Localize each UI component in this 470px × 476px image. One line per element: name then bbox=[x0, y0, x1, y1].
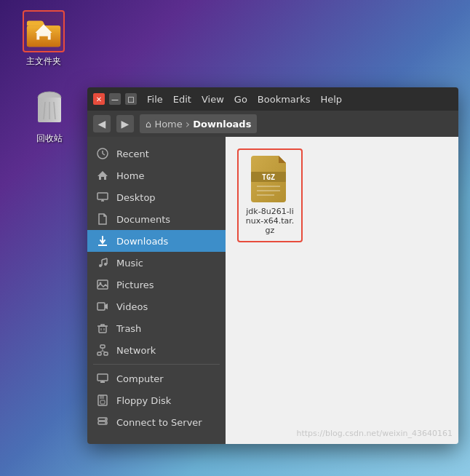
file-area: TGZ jdk-8u261-linux-x64.tar.gz bbox=[226, 137, 458, 444]
svg-marker-12 bbox=[97, 171, 108, 180]
music-icon bbox=[96, 256, 109, 269]
sidebar-label-documents: Documents bbox=[116, 214, 170, 225]
menu-bookmarks[interactable]: Bookmarks bbox=[258, 94, 311, 105]
trash-icon-wrapper bbox=[28, 87, 71, 130]
floppy-icon bbox=[96, 394, 109, 407]
sidebar-label-home: Home bbox=[116, 170, 144, 181]
minimize-icon: — bbox=[111, 95, 119, 103]
menu-file[interactable]: File bbox=[147, 94, 163, 105]
svg-rect-29 bbox=[100, 345, 105, 348]
desktop-icon-home-folder[interactable]: 主文件夹 bbox=[15, 10, 73, 68]
trash-svg bbox=[32, 89, 67, 128]
menu-help[interactable]: Help bbox=[320, 94, 342, 105]
trash-sidebar-icon bbox=[96, 322, 109, 335]
sidebar-item-pictures[interactable]: Pictures bbox=[87, 274, 226, 295]
minimize-button[interactable]: — bbox=[109, 93, 121, 105]
home-folder-svg bbox=[25, 12, 62, 50]
file-item-jdk[interactable]: TGZ jdk-8u261-linux-x64.tar.gz bbox=[237, 148, 303, 242]
sidebar-item-floppy[interactable]: Floppy Disk bbox=[87, 389, 226, 411]
main-content: Recent Home Desktop bbox=[87, 137, 458, 444]
svg-line-11 bbox=[103, 154, 105, 155]
menu-view[interactable]: View bbox=[202, 94, 224, 105]
sidebar-label-pictures: Pictures bbox=[116, 279, 154, 290]
download-icon bbox=[96, 234, 109, 247]
menu-bar: File Edit View Go Bookmarks Help bbox=[147, 94, 342, 105]
sidebar-label-computer: Computer bbox=[116, 373, 164, 384]
trash-label: 回收站 bbox=[36, 132, 63, 145]
computer-icon bbox=[96, 372, 109, 385]
breadcrumb-home[interactable]: ⌂ Home bbox=[146, 119, 183, 130]
forward-icon: ▶ bbox=[122, 118, 130, 130]
forward-button[interactable]: ▶ bbox=[116, 115, 134, 132]
document-icon bbox=[96, 213, 109, 226]
clock-icon bbox=[96, 147, 109, 160]
server-icon bbox=[96, 416, 109, 429]
sidebar-label-network: Network bbox=[116, 345, 156, 356]
home-folder-icon-wrapper bbox=[23, 10, 65, 52]
svg-rect-40 bbox=[100, 400, 105, 404]
sidebar-label-music: Music bbox=[116, 258, 143, 269]
sidebar-label-desktop: Desktop bbox=[116, 192, 156, 203]
sidebar-label-floppy: Floppy Disk bbox=[116, 395, 171, 406]
sidebar-item-desktop[interactable]: Desktop bbox=[87, 186, 226, 208]
sidebar-label-videos: Videos bbox=[116, 301, 148, 312]
menu-go[interactable]: Go bbox=[234, 94, 247, 105]
svg-rect-31 bbox=[104, 352, 108, 355]
sidebar-item-downloads[interactable]: Downloads bbox=[87, 230, 226, 252]
sidebar-label-recent: Recent bbox=[116, 148, 149, 159]
sidebar-label-trash: Trash bbox=[116, 323, 141, 334]
menu-edit[interactable]: Edit bbox=[173, 94, 191, 105]
svg-line-21 bbox=[102, 258, 107, 260]
watermark: https://blog.csdn.net/weixin_43640161 bbox=[296, 429, 453, 438]
svg-point-43 bbox=[105, 419, 106, 420]
back-button[interactable]: ◀ bbox=[93, 115, 111, 132]
sidebar-item-connect-server[interactable]: Connect to Server bbox=[87, 411, 226, 433]
home-icon bbox=[96, 169, 109, 182]
back-icon: ◀ bbox=[98, 118, 106, 130]
sidebar-item-documents[interactable]: Documents bbox=[87, 208, 226, 230]
sidebar-item-network[interactable]: Network bbox=[87, 339, 226, 361]
nav-bar: ◀ ▶ ⌂ Home › Downloads bbox=[87, 111, 458, 137]
title-bar: ✕ — □ File Edit View Go Bookmarks Help bbox=[87, 87, 458, 111]
desktop: 主文件夹 回收站 bbox=[0, 0, 470, 476]
svg-rect-39 bbox=[100, 395, 104, 399]
close-button[interactable]: ✕ bbox=[93, 93, 105, 105]
sidebar-item-home[interactable]: Home bbox=[87, 164, 226, 186]
svg-text:TGZ: TGZ bbox=[262, 173, 275, 181]
breadcrumb-separator: › bbox=[186, 117, 190, 131]
maximize-button[interactable]: □ bbox=[125, 93, 137, 105]
svg-rect-13 bbox=[97, 193, 108, 199]
desktop-icon-trash[interactable]: 回收站 bbox=[20, 87, 79, 145]
sidebar-item-music[interactable]: Music bbox=[87, 252, 226, 274]
close-icon: ✕ bbox=[96, 95, 102, 103]
home-folder-label: 主文件夹 bbox=[26, 55, 61, 68]
svg-rect-25 bbox=[99, 326, 106, 333]
sidebar-item-trash[interactable]: Trash bbox=[87, 317, 226, 339]
sidebar-item-videos[interactable]: Videos bbox=[87, 295, 226, 317]
sidebar-label-connect-server: Connect to Server bbox=[116, 417, 202, 428]
sidebar-label-downloads: Downloads bbox=[116, 236, 168, 247]
tgz-file-icon: TGZ bbox=[251, 156, 289, 202]
video-icon bbox=[96, 300, 109, 313]
sidebar: Recent Home Desktop bbox=[87, 137, 226, 444]
file-name-jdk: jdk-8u261-linux-x64.tar.gz bbox=[244, 207, 295, 235]
breadcrumb-current: Downloads bbox=[193, 119, 251, 130]
breadcrumb: ⌂ Home › Downloads bbox=[140, 114, 257, 133]
maximize-icon: □ bbox=[127, 95, 134, 103]
picture-icon bbox=[96, 278, 109, 291]
svg-rect-35 bbox=[97, 374, 108, 381]
svg-point-44 bbox=[105, 422, 106, 424]
file-manager-window: ✕ — □ File Edit View Go Bookmarks Help ◀ bbox=[87, 87, 458, 444]
svg-rect-30 bbox=[97, 352, 101, 355]
network-icon bbox=[96, 344, 109, 357]
svg-rect-24 bbox=[97, 303, 105, 310]
sidebar-item-computer[interactable]: Computer bbox=[87, 368, 226, 389]
monitor-icon bbox=[96, 191, 109, 204]
sidebar-item-recent[interactable]: Recent bbox=[87, 143, 226, 164]
